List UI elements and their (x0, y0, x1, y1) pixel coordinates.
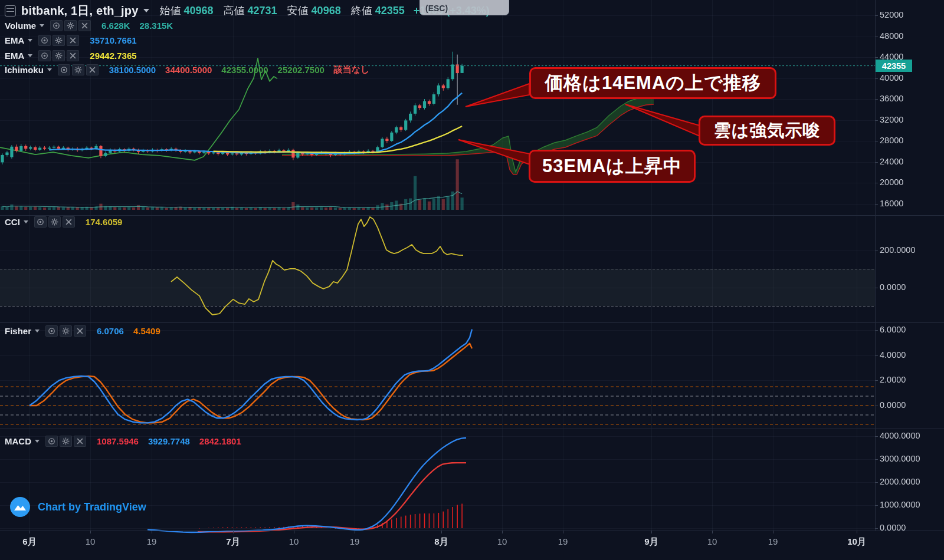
axis-tick-label: 6.0000 (880, 325, 906, 334)
axis-tick-label: 4000.0000 (880, 431, 920, 440)
chevron-down-icon[interactable] (28, 54, 32, 57)
time-tick-label: 10月 (847, 536, 866, 548)
time-tick-label: 19 (147, 536, 157, 546)
remove-button[interactable] (74, 325, 86, 337)
time-tick-label: 9月 (644, 536, 658, 548)
chevron-down-icon[interactable] (47, 68, 52, 71)
time-tick-label: 10 (497, 536, 507, 546)
esc-tooltip: (ESC) (419, 0, 509, 15)
indicator-value: 42355.0000 (221, 65, 268, 75)
chart-canvas[interactable] (0, 0, 944, 560)
remove-button[interactable] (78, 20, 91, 31)
callout-box-cloud[interactable]: 雲は強気示唆 (699, 116, 835, 146)
indicator-value: 38100.5000 (109, 65, 156, 75)
remove-button[interactable] (63, 216, 75, 228)
legend-row-ema14: EMA35710.7661 (5, 34, 137, 46)
symbol-header: bitbank, 1日, eth_jpy 始値 40968 高値 42731 安… (5, 4, 490, 18)
indicator-title[interactable]: CCI (5, 217, 20, 227)
indicator-title[interactable]: Volume (5, 21, 36, 31)
last-price-label: 42355 (876, 60, 912, 72)
time-tick-label: 19 (768, 536, 778, 546)
indicator-title[interactable]: Ichimoku (5, 65, 44, 75)
indicator-value: 3929.7748 (148, 436, 190, 446)
indicator-value: 35710.7661 (90, 35, 136, 45)
tradingview-watermark[interactable]: Chart by TradingView (9, 496, 146, 518)
indicator-value: 6.0706 (97, 326, 124, 336)
chevron-down-icon[interactable] (40, 24, 44, 27)
axis-tick-label: 28000 (880, 136, 903, 145)
settings-button[interactable] (72, 64, 84, 75)
remove-button[interactable] (86, 64, 99, 75)
axis-tick-label: 36000 (880, 94, 903, 103)
esc-tooltip-text: (ESC) (425, 4, 448, 13)
axis-tick-label: 16000 (880, 199, 903, 208)
time-tick-label: 8月 (434, 536, 448, 548)
chart-menu-icon[interactable] (5, 5, 16, 17)
ohlc-label: 安値 (287, 4, 309, 18)
indicator-value: 174.6059 (86, 217, 123, 227)
remove-button[interactable] (67, 35, 79, 46)
visibility-toggle-button[interactable] (50, 20, 63, 31)
time-tick-label: 10 (86, 536, 96, 546)
legend-row-fisher: Fisher6.07064.5409 (5, 325, 160, 337)
chevron-down-icon[interactable] (35, 440, 40, 443)
chevron-down-icon[interactable] (24, 220, 28, 223)
visibility-toggle-button[interactable] (45, 436, 58, 447)
price-axis[interactable]: 5200048000440004000036000320002800024000… (875, 0, 944, 531)
indicator-value: 34400.5000 (165, 65, 212, 75)
indicator-value: 4.5409 (133, 326, 160, 336)
settings-button[interactable] (60, 325, 72, 337)
settings-button[interactable] (48, 216, 61, 228)
time-tick-label: 19 (350, 536, 360, 546)
indicator-value: 該当なし (334, 64, 370, 75)
indicator-value: 25202.7500 (278, 65, 324, 75)
legend-row-volume: Volume6.628K28.315K (5, 19, 173, 31)
ohlc-low: 安値 40968 (287, 4, 341, 18)
ohlc-value: 40968 (312, 5, 341, 17)
settings-button[interactable] (53, 50, 65, 61)
ohlc-value: 42355 (375, 5, 405, 17)
indicator-title[interactable]: Fisher (5, 326, 31, 336)
indicator-value: 2842.1801 (199, 436, 241, 446)
legend-row-macd: MACD1087.59463929.77482842.1801 (5, 435, 241, 447)
ohlc-label: 始値 (159, 4, 181, 18)
time-tick-label: 7月 (226, 536, 240, 548)
settings-button[interactable] (60, 436, 72, 447)
axis-tick-label: 20000 (880, 177, 903, 187)
chevron-down-icon[interactable] (35, 330, 40, 332)
callout-box-53ema[interactable]: 53EMAは上昇中 (529, 150, 696, 183)
legend-row-ema53: EMA29442.7365 (5, 50, 137, 61)
remove-button[interactable] (74, 436, 86, 447)
indicator-value: 1087.5946 (97, 436, 139, 446)
ohlc-value: 42731 (248, 5, 277, 17)
symbol-title[interactable]: bitbank, 1日, eth_jpy (21, 3, 138, 19)
chevron-down-icon[interactable] (28, 39, 32, 42)
visibility-toggle-button[interactable] (38, 35, 51, 46)
visibility-toggle-button[interactable] (38, 50, 51, 61)
ohlc-label: 終値 (351, 4, 372, 18)
visibility-toggle-button[interactable] (45, 325, 58, 337)
tradingview-logo-icon (9, 496, 31, 518)
remove-button[interactable] (67, 50, 79, 61)
axis-tick-label: 2000.0000 (880, 477, 920, 486)
indicator-value: 29442.7365 (90, 51, 136, 61)
ohlc-label: 高値 (224, 4, 245, 18)
chevron-down-icon[interactable] (143, 9, 149, 12)
axis-tick-label: 52000 (880, 10, 903, 19)
callout-text: 価格は14EMAの上で推移 (545, 71, 761, 95)
visibility-toggle-button[interactable] (58, 64, 70, 75)
indicator-title[interactable]: MACD (5, 436, 31, 446)
ohlc-close: 終値 42355 (351, 4, 405, 18)
axis-tick-label: 2.0000 (880, 375, 906, 384)
ohlc-open: 始値 40968 (159, 4, 213, 18)
axis-tick-label: 4.0000 (880, 350, 906, 360)
settings-button[interactable] (53, 35, 65, 46)
time-tick-label: 19 (558, 536, 568, 546)
axis-tick-label: 48000 (880, 31, 903, 41)
visibility-toggle-button[interactable] (34, 216, 47, 228)
callout-box-14ema[interactable]: 価格は14EMAの上で推移 (529, 67, 776, 99)
settings-button[interactable] (64, 20, 77, 31)
time-axis[interactable]: 6月10197月10198月10199月101910月 (0, 531, 944, 560)
indicator-title[interactable]: EMA (5, 35, 24, 45)
indicator-title[interactable]: EMA (5, 51, 24, 61)
